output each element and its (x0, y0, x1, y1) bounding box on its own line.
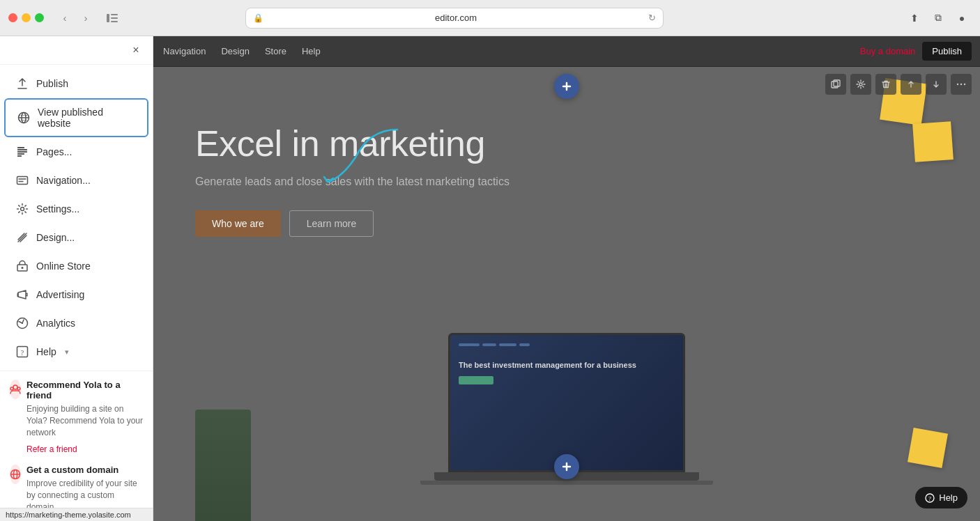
traffic-light-green[interactable] (35, 13, 44, 22)
sidebar-item-online-store[interactable]: Online Store (4, 252, 148, 280)
help-menu-icon: ? (15, 345, 29, 359)
laptop-container: The best investment management for a bus… (392, 333, 741, 514)
refer-friend-link[interactable]: Refer a friend (26, 444, 77, 454)
traffic-light-yellow[interactable] (22, 13, 31, 22)
sidebar-settings-label: Settings... (36, 203, 79, 215)
delete-button[interactable] (875, 74, 896, 95)
profile-button[interactable]: ● (952, 8, 972, 28)
promo-recommend: Recommend Yola to a friend Enjoying buil… (10, 380, 143, 455)
globe-icon (17, 111, 31, 125)
add-block-bottom (554, 454, 579, 479)
toolbar-nav-store[interactable]: Store (263, 43, 288, 59)
sidebar-advertising-label: Advertising (36, 289, 84, 300)
store-icon (15, 259, 29, 273)
svg-rect-9 (17, 153, 24, 155)
sidebar-pages-label: Pages... (36, 146, 72, 157)
recommend-icon (10, 380, 21, 399)
sidebar-toggle-button[interactable] (102, 8, 122, 28)
traffic-light-red[interactable] (8, 13, 17, 22)
main-container: × Publish (0, 36, 980, 521)
browser-action-buttons: ⬆ ⧉ ● (905, 8, 972, 28)
svg-rect-3 (111, 21, 118, 22)
advertising-icon (15, 288, 29, 302)
sidebar-promos: Recommend Yola to a friend Enjoying buil… (0, 371, 153, 521)
svg-point-23 (13, 385, 17, 389)
reload-button[interactable]: ↻ (648, 13, 656, 23)
back-button[interactable]: ‹ (55, 8, 75, 28)
add-block-top-button[interactable] (554, 74, 579, 99)
sidebar-item-help[interactable]: ? Help ▾ (4, 338, 148, 366)
learn-more-button[interactable]: Learn more (289, 210, 374, 237)
publish-button[interactable]: Publish (922, 42, 972, 61)
svg-rect-29 (834, 80, 840, 86)
move-down-button[interactable] (926, 74, 947, 95)
sidebar-item-navigation[interactable]: Navigation... (4, 166, 148, 194)
svg-point-32 (960, 84, 962, 85)
laptop-bottom (420, 481, 713, 485)
sidebar-menu-scroll: Publish View published website (0, 65, 153, 521)
settings-canvas-button[interactable] (850, 74, 871, 95)
sidebar-analytics-label: Analytics (36, 318, 75, 329)
add-block-bottom-button[interactable] (554, 454, 579, 479)
sidebar-header: × (0, 36, 153, 65)
laptop-screen: The best investment management for a bus… (448, 333, 685, 472)
forward-button[interactable]: › (76, 8, 95, 28)
svg-text:?: ? (21, 349, 24, 357)
svg-point-17 (22, 267, 24, 269)
help-arrow: ▾ (65, 348, 69, 357)
browser-chrome: ‹ › 🔒 editor.com ↻ ⬆ ⧉ ● (0, 0, 980, 36)
browser-nav-buttons: ‹ › (55, 8, 95, 28)
svg-rect-1 (111, 14, 118, 15)
sidebar-item-analytics[interactable]: Analytics (4, 309, 148, 337)
sidebar-item-publish[interactable]: Publish (4, 70, 148, 98)
toolbar-nav-design[interactable]: Design (220, 43, 250, 59)
tab-overview-button[interactable]: ⧉ (928, 8, 948, 28)
laptop-screen-text: The best investment management for a bus… (459, 360, 675, 371)
navigation-icon (15, 173, 29, 187)
svg-point-12 (21, 208, 24, 211)
help-floating-button[interactable]: ? Help (915, 487, 967, 508)
duplicate-button[interactable] (825, 74, 846, 95)
sidebar-publish-label: Publish (36, 78, 68, 89)
svg-rect-11 (17, 177, 28, 185)
svg-text:?: ? (928, 495, 931, 502)
sidebar-menu: Publish View published website (0, 65, 153, 371)
add-block-top (554, 74, 579, 99)
sidebar-navigation-label: Navigation... (36, 175, 91, 186)
more-options-button[interactable] (951, 74, 972, 95)
svg-point-20 (22, 322, 23, 324)
svg-point-25 (17, 387, 20, 390)
hero-buttons: Who we are Learn more (195, 210, 938, 237)
editor-area: Navigation Design Store Help Buy a domai… (153, 36, 980, 521)
address-bar[interactable]: 🔒 editor.com ↻ (245, 8, 664, 29)
domain-icon (10, 465, 21, 484)
move-up-button[interactable] (901, 74, 921, 95)
svg-line-13 (18, 233, 26, 242)
domain-title: Get a custom domain (26, 465, 143, 475)
svg-point-33 (964, 84, 965, 85)
svg-rect-28 (832, 81, 838, 88)
share-button[interactable]: ⬆ (905, 8, 924, 28)
svg-rect-0 (107, 14, 109, 22)
toolbar-nav-navigation[interactable]: Navigation (162, 43, 207, 59)
pages-icon (15, 145, 29, 159)
buy-domain-button[interactable]: Buy a domain (860, 46, 916, 56)
publish-icon (15, 77, 29, 91)
sidebar: × Publish (0, 36, 153, 521)
toolbar-navigation: Navigation Design Store Help (162, 43, 322, 59)
sidebar-item-pages[interactable]: Pages... (4, 138, 148, 166)
sidebar-item-view-published[interactable]: View published website (4, 98, 148, 137)
sidebar-design-label: Design... (36, 232, 75, 243)
sidebar-item-advertising[interactable]: Advertising (4, 281, 148, 309)
analytics-icon (15, 316, 29, 330)
close-sidebar-button[interactable]: × (128, 42, 144, 59)
who-we-are-button[interactable]: Who we are (195, 210, 281, 237)
sidebar-item-settings[interactable]: Settings... (4, 195, 148, 223)
svg-rect-2 (111, 17, 118, 19)
sidebar-item-design[interactable]: Design... (4, 224, 148, 251)
laptop-screen-content: The best investment management for a bus… (450, 335, 683, 470)
toolbar-nav-help[interactable]: Help (300, 43, 322, 59)
hero-title: Excel in marketing (195, 123, 938, 164)
help-button-label: Help (939, 492, 958, 503)
sidebar-store-label: Online Store (36, 260, 91, 272)
